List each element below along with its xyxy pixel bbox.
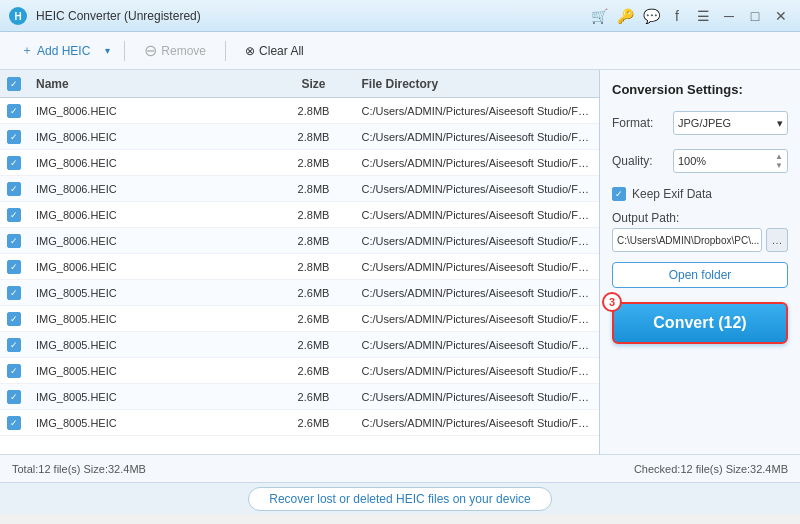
row-checkbox-cell: ✓	[0, 156, 28, 170]
row-checkbox[interactable]: ✓	[7, 182, 21, 196]
row-checkbox[interactable]: ✓	[7, 416, 21, 430]
svg-text:H: H	[14, 11, 21, 22]
key-icon[interactable]: 🔑	[614, 5, 636, 27]
row-checkbox-cell: ✓	[0, 286, 28, 300]
row-path: C:/Users/ADMIN/Pictures/Aiseesoft Studio…	[354, 209, 600, 221]
add-heic-dropdown: ＋ Add HEIC ▾	[12, 37, 116, 64]
table-row[interactable]: ✓ IMG_8006.HEIC 2.8MB C:/Users/ADMIN/Pic…	[0, 202, 599, 228]
right-panel: Conversion Settings: Format: JPG/JPEG ▾ …	[600, 70, 800, 454]
app-logo: H	[8, 6, 28, 26]
row-checkbox-cell: ✓	[0, 234, 28, 248]
status-bar: Total:12 file(s) Size:32.4MB Checked:12 …	[0, 454, 800, 482]
row-checkbox[interactable]: ✓	[7, 104, 21, 118]
spin-up-icon[interactable]: ▲	[775, 152, 783, 161]
row-name: IMG_8006.HEIC	[28, 157, 274, 169]
row-checkbox[interactable]: ✓	[7, 208, 21, 222]
table-row[interactable]: ✓ IMG_8005.HEIC 2.6MB C:/Users/ADMIN/Pic…	[0, 306, 599, 332]
table-row[interactable]: ✓ IMG_8006.HEIC 2.8MB C:/Users/ADMIN/Pic…	[0, 254, 599, 280]
row-checkbox-cell: ✓	[0, 182, 28, 196]
exif-row: ✓ Keep Exif Data	[612, 187, 788, 201]
panel-title: Conversion Settings:	[612, 82, 788, 97]
format-arrow-icon: ▾	[777, 117, 783, 130]
add-heic-arrow-button[interactable]: ▾	[99, 40, 116, 61]
row-size: 2.8MB	[274, 261, 354, 273]
close-icon[interactable]: ✕	[770, 5, 792, 27]
header-checkbox[interactable]: ✓	[7, 77, 21, 91]
app-title: HEIC Converter (Unregistered)	[36, 9, 588, 23]
maximize-icon[interactable]: □	[744, 5, 766, 27]
row-checkbox-cell: ✓	[0, 104, 28, 118]
table-row[interactable]: ✓ IMG_8006.HEIC 2.8MB C:/Users/ADMIN/Pic…	[0, 176, 599, 202]
row-size: 2.8MB	[274, 183, 354, 195]
row-path: C:/Users/ADMIN/Pictures/Aiseesoft Studio…	[354, 131, 600, 143]
header-directory: File Directory	[354, 77, 600, 91]
row-name: IMG_8006.HEIC	[28, 131, 274, 143]
minimize-icon[interactable]: ─	[718, 5, 740, 27]
spin-down-icon[interactable]: ▼	[775, 161, 783, 170]
chat-icon[interactable]: 💬	[640, 5, 662, 27]
format-select[interactable]: JPG/JPEG ▾	[673, 111, 788, 135]
row-checkbox-cell: ✓	[0, 416, 28, 430]
row-checkbox[interactable]: ✓	[7, 312, 21, 326]
row-checkbox-cell: ✓	[0, 364, 28, 378]
row-path: C:/Users/ADMIN/Pictures/Aiseesoft Studio…	[354, 105, 600, 117]
table-row[interactable]: ✓ IMG_8005.HEIC 2.6MB C:/Users/ADMIN/Pic…	[0, 358, 599, 384]
menu-icon[interactable]: ☰	[692, 5, 714, 27]
table-row[interactable]: ✓ IMG_8005.HEIC 2.6MB C:/Users/ADMIN/Pic…	[0, 332, 599, 358]
row-size: 2.6MB	[274, 287, 354, 299]
row-checkbox[interactable]: ✓	[7, 390, 21, 404]
toolbar-divider-1	[124, 41, 125, 61]
file-panel: ✓ Name Size File Directory ✓ IMG_8006.HE…	[0, 70, 600, 454]
checked-status: Checked:12 file(s) Size:32.4MB	[634, 463, 788, 475]
row-name: IMG_8006.HEIC	[28, 235, 274, 247]
browse-button[interactable]: …	[766, 228, 788, 252]
row-checkbox[interactable]: ✓	[7, 364, 21, 378]
row-checkbox-cell: ✓	[0, 338, 28, 352]
row-checkbox[interactable]: ✓	[7, 286, 21, 300]
facebook-icon[interactable]: f	[666, 5, 688, 27]
quality-input[interactable]: 100% ▲ ▼	[673, 149, 788, 173]
table-row[interactable]: ✓ IMG_8006.HEIC 2.8MB C:/Users/ADMIN/Pic…	[0, 228, 599, 254]
output-path-label: Output Path:	[612, 211, 788, 225]
row-size: 2.8MB	[274, 209, 354, 221]
row-size: 2.8MB	[274, 157, 354, 169]
clear-all-button[interactable]: ⊗ Clear All	[234, 39, 315, 63]
add-heic-button[interactable]: ＋ Add HEIC	[12, 37, 99, 64]
row-path: C:/Users/ADMIN/Pictures/Aiseesoft Studio…	[354, 183, 600, 195]
row-checkbox[interactable]: ✓	[7, 338, 21, 352]
step-badge: 3	[602, 292, 622, 312]
row-name: IMG_8006.HEIC	[28, 209, 274, 221]
row-checkbox[interactable]: ✓	[7, 234, 21, 248]
table-row[interactable]: ✓ IMG_8006.HEIC 2.8MB C:/Users/ADMIN/Pic…	[0, 124, 599, 150]
recover-link[interactable]: Recover lost or deleted HEIC files on yo…	[248, 487, 551, 511]
output-path-section: Output Path: C:\Users\ADMIN\Dropbox\PC\.…	[612, 211, 788, 252]
row-checkbox-cell: ✓	[0, 208, 28, 222]
table-row[interactable]: ✓ IMG_8005.HEIC 2.6MB C:/Users/ADMIN/Pic…	[0, 384, 599, 410]
table-header: ✓ Name Size File Directory	[0, 70, 599, 98]
row-checkbox[interactable]: ✓	[7, 130, 21, 144]
row-size: 2.6MB	[274, 365, 354, 377]
row-checkbox[interactable]: ✓	[7, 260, 21, 274]
table-row[interactable]: ✓ IMG_8005.HEIC 2.6MB C:/Users/ADMIN/Pic…	[0, 280, 599, 306]
row-checkbox[interactable]: ✓	[7, 156, 21, 170]
table-row[interactable]: ✓ IMG_8006.HEIC 2.8MB C:/Users/ADMIN/Pic…	[0, 98, 599, 124]
row-checkbox-cell: ✓	[0, 390, 28, 404]
row-size: 2.8MB	[274, 131, 354, 143]
cart-icon[interactable]: 🛒	[588, 5, 610, 27]
header-name: Name	[28, 77, 274, 91]
table-row[interactable]: ✓ IMG_8005.HEIC 2.6MB C:/Users/ADMIN/Pic…	[0, 410, 599, 436]
exif-checkbox[interactable]: ✓	[612, 187, 626, 201]
format-setting-row: Format: JPG/JPEG ▾	[612, 111, 788, 135]
row-checkbox-cell: ✓	[0, 312, 28, 326]
quality-spin[interactable]: ▲ ▼	[775, 152, 783, 170]
row-size: 2.6MB	[274, 417, 354, 429]
table-row[interactable]: ✓ IMG_8006.HEIC 2.8MB C:/Users/ADMIN/Pic…	[0, 150, 599, 176]
row-name: IMG_8005.HEIC	[28, 391, 274, 403]
exif-label: Keep Exif Data	[632, 187, 712, 201]
row-name: IMG_8006.HEIC	[28, 261, 274, 273]
remove-button[interactable]: ⊖ Remove	[133, 38, 217, 64]
row-path: C:/Users/ADMIN/Pictures/Aiseesoft Studio…	[354, 287, 600, 299]
open-folder-button[interactable]: Open folder	[612, 262, 788, 288]
row-path: C:/Users/ADMIN/Pictures/Aiseesoft Studio…	[354, 365, 600, 377]
convert-button[interactable]: Convert (12)	[612, 302, 788, 344]
